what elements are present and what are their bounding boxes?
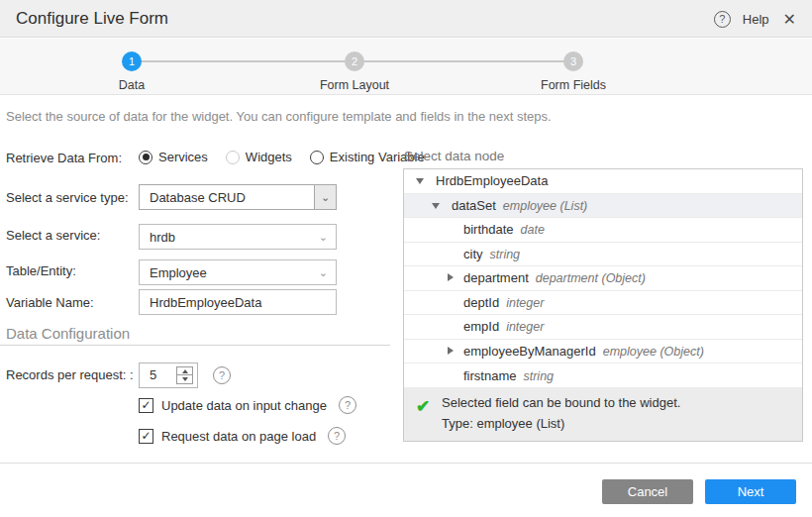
node-label: firstname xyxy=(463,368,516,383)
request-data-checkbox[interactable]: ✓ xyxy=(139,429,153,444)
node-label: HrdbEmployeeData xyxy=(436,173,548,188)
chevron-right-icon[interactable] xyxy=(448,347,454,355)
update-data-checkbox[interactable]: ✓ xyxy=(139,398,153,413)
wizard-stepper: 1 2 3 Data Form Layout Form Fields xyxy=(0,39,812,95)
variable-name-label: Variable Name: xyxy=(6,295,94,310)
request-data-help-icon[interactable]: ? xyxy=(328,427,346,445)
service-value: hrdb xyxy=(150,230,175,245)
update-data-checkbox-row: ✓ Update data on input change ? xyxy=(139,396,356,414)
node-type: string xyxy=(490,248,521,261)
tree-node-firstname[interactable]: firstname string xyxy=(404,363,802,388)
tree-node-birthdate[interactable]: birthdate date xyxy=(404,218,802,243)
chevron-down-icon: ⌄ xyxy=(319,231,328,244)
configure-live-form-dialog: Configure Live Form ? Help ✕ 1 2 3 Data … xyxy=(0,0,812,517)
tree-node-deptid[interactable]: deptId integer xyxy=(404,291,802,316)
service-type-label: Select a service type: xyxy=(6,190,129,205)
radio-widgets-label: Widgets xyxy=(246,150,292,164)
spinner-up-button[interactable] xyxy=(177,367,192,375)
radio-widgets[interactable]: Widgets xyxy=(226,150,292,164)
help-icon[interactable]: ? xyxy=(714,11,731,28)
node-type: integer xyxy=(506,296,544,310)
service-type-select[interactable]: Database CRUD ⌄ xyxy=(139,184,337,210)
radio-unselected-icon xyxy=(310,151,324,164)
variable-name-input[interactable] xyxy=(150,295,318,310)
records-per-request-value: 5 xyxy=(150,363,156,387)
spinner-buttons xyxy=(176,366,193,384)
data-configuration-heading: Data Configuration xyxy=(6,325,130,342)
table-entity-value: Employee xyxy=(150,265,207,280)
request-data-checkbox-row: ✓ Request data on page load ? xyxy=(139,427,346,445)
update-data-help-icon[interactable]: ? xyxy=(339,396,356,414)
node-label: dataSet xyxy=(452,198,496,213)
table-entity-select[interactable]: Employee ⌄ xyxy=(139,259,337,285)
binding-message-text: Selected field can be bound to the widge… xyxy=(442,395,680,410)
close-icon[interactable]: ✕ xyxy=(781,10,798,29)
tree-node-city[interactable]: city string xyxy=(404,243,802,267)
step-1-circle[interactable]: 1 xyxy=(122,52,142,71)
step-2-circle[interactable]: 2 xyxy=(345,52,364,71)
node-type: integer xyxy=(506,320,544,334)
node-label: deptId xyxy=(463,295,499,310)
tree-node-hrdbemployeedata[interactable]: HrdbEmployeeData xyxy=(404,169,802,194)
node-type: string xyxy=(523,369,554,383)
variable-name-field xyxy=(139,289,337,315)
title-bar: Configure Live Form ? Help ✕ xyxy=(0,0,812,38)
triangle-up-icon xyxy=(182,369,188,373)
service-type-value: Database CRUD xyxy=(150,190,246,205)
radio-disabled-icon xyxy=(226,151,240,164)
tree-node-dataset[interactable]: dataSet employee (List) xyxy=(404,194,802,219)
service-select[interactable]: hrdb ⌄ xyxy=(139,224,337,250)
tree-node-empid[interactable]: empId integer xyxy=(404,315,802,340)
cancel-button[interactable]: Cancel xyxy=(602,479,693,504)
spinner-down-button[interactable] xyxy=(177,375,192,383)
data-node-tree: HrdbEmployeeData dataSet employee (List)… xyxy=(403,168,803,442)
chevron-right-icon[interactable] xyxy=(448,273,454,281)
footer-divider xyxy=(0,463,812,464)
radio-services-label: Services xyxy=(158,150,208,164)
update-data-label: Update data on input change xyxy=(161,398,327,413)
select-data-node-heading: Select data node xyxy=(404,149,504,163)
page-description: Select the source of data for the widget… xyxy=(6,109,552,124)
dialog-title: Configure Live Form xyxy=(16,0,168,38)
chevron-down-icon[interactable]: ⌄ xyxy=(314,185,336,209)
binding-type-text: Type: employee (List) xyxy=(442,416,564,431)
tree-node-employeebymanagerid[interactable]: employeeByManagerId employee (Object) xyxy=(404,340,802,364)
chevron-down-icon: ⌄ xyxy=(319,266,328,279)
section-divider xyxy=(0,345,390,346)
triangle-down-icon xyxy=(182,377,188,381)
node-label: employeeByManagerId xyxy=(463,344,596,359)
step-2-label: Form Layout xyxy=(295,78,414,92)
next-button[interactable]: Next xyxy=(705,479,796,504)
node-type: department (Object) xyxy=(536,271,646,285)
node-type: date xyxy=(521,223,545,237)
help-link[interactable]: Help xyxy=(743,12,769,27)
radio-services[interactable]: Services xyxy=(139,150,208,164)
step-1-label: Data xyxy=(72,78,191,92)
node-type: employee (List) xyxy=(503,199,587,213)
success-check-icon: ✔ xyxy=(416,396,430,417)
node-label: city xyxy=(463,247,483,261)
node-type: employee (Object) xyxy=(603,345,704,359)
radio-selected-icon xyxy=(139,151,152,164)
step-3-label: Form Fields xyxy=(514,78,633,92)
retrieve-data-from-radios: Services Widgets Existing Variable xyxy=(139,150,425,164)
node-label: empId xyxy=(463,319,499,334)
binding-status-message: ✔ Selected field can be bound to the wid… xyxy=(404,387,802,441)
step-3-circle[interactable]: 3 xyxy=(563,52,583,71)
node-label: department xyxy=(463,270,529,285)
records-per-request-stepper[interactable]: 5 xyxy=(139,362,198,388)
table-entity-label: Table/Entity: xyxy=(6,263,76,278)
node-label: birthdate xyxy=(463,222,514,237)
records-per-request-label: Records per request: : xyxy=(6,367,134,382)
retrieve-data-from-label: Retrieve Data From: xyxy=(6,151,122,165)
service-label: Select a service: xyxy=(6,228,100,243)
chevron-down-icon[interactable] xyxy=(432,203,440,209)
chevron-down-icon[interactable] xyxy=(416,178,424,184)
tree-node-department[interactable]: department department (Object) xyxy=(404,266,802,291)
titlebar-actions: ? Help ✕ xyxy=(714,0,798,38)
records-help-icon[interactable]: ? xyxy=(213,366,231,384)
request-data-label: Request data on page load xyxy=(161,429,316,444)
